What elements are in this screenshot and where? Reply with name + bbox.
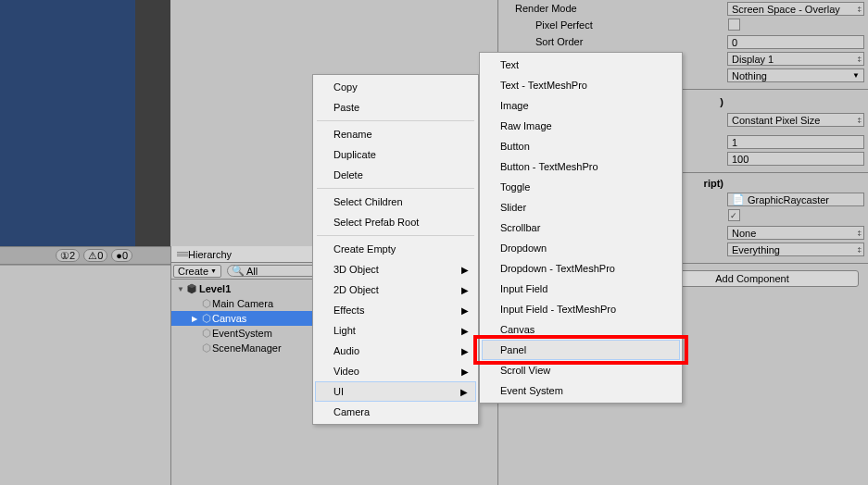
render-mode-dropdown[interactable]: Screen Space - Overlay ‡	[727, 2, 864, 16]
expand-arrow-icon[interactable]: ▼	[177, 285, 186, 293]
scene-toolbar: ① 2 ⚠ 0 ● 0	[0, 246, 170, 265]
dropdown-icon: ‡	[858, 5, 860, 13]
ctx-create-empty[interactable]: Create Empty	[315, 239, 476, 259]
context-menu-main: Copy Paste Rename Duplicate Delete Selec…	[312, 74, 479, 425]
ctx-ui-button-tmp[interactable]: Button - TextMeshPro	[482, 156, 680, 177]
ctx-ui-dropdown-tmp[interactable]: Dropdown - TextMeshPro	[482, 258, 680, 279]
drag-grip-icon	[177, 252, 188, 256]
submenu-arrow-icon: ▶	[460, 387, 468, 397]
ctx-ui-input-field-tmp[interactable]: Input Field - TextMeshPro	[482, 299, 680, 319]
ctx-ui-scroll-view[interactable]: Scroll View	[482, 360, 680, 380]
ctx-copy[interactable]: Copy	[315, 77, 476, 97]
hierarchy-tab-label: Hierarchy	[188, 249, 232, 260]
ctx-ui-image[interactable]: Image	[482, 95, 680, 116]
ui-scale-value: Constant Pixel Size	[732, 115, 820, 126]
svg-marker-5	[203, 344, 210, 353]
ctx-paste[interactable]: Paste	[315, 97, 476, 118]
dropdown-icon: ‡	[858, 245, 860, 254]
gameobject-icon	[201, 313, 212, 324]
item-label: EventSystem	[212, 328, 272, 339]
ctx-delete[interactable]: Delete	[315, 165, 476, 185]
ctx-select-prefab-root: Select Prefab Root	[315, 212, 476, 232]
dropdown-icon: ‡	[858, 55, 860, 63]
ui-scale-dropdown[interactable]: Constant Pixel Size ‡	[727, 113, 864, 127]
ctx-ui-raw-image[interactable]: Raw Image	[482, 116, 680, 136]
add-component-label: Add Component	[715, 273, 789, 284]
svg-marker-2	[203, 300, 210, 308]
script-field[interactable]: 📄 GraphicRaycaster	[727, 193, 864, 206]
ignore-value: None	[732, 228, 756, 239]
ref-px-value: 100	[732, 154, 748, 165]
ctx-ui-scrollbar[interactable]: Scrollbar	[482, 218, 680, 238]
blocking-value: Everything	[732, 244, 780, 255]
dropdown-icon: ‡	[858, 229, 860, 237]
ctx-select-children[interactable]: Select Children	[315, 192, 476, 212]
ignore-dropdown[interactable]: None ‡	[727, 226, 864, 240]
ctx-ui-button[interactable]: Button	[482, 136, 680, 156]
gameobject-icon	[201, 328, 212, 339]
ctx-video[interactable]: Video▶	[315, 361, 476, 381]
item-label: SceneManager	[212, 342, 282, 354]
create-button[interactable]: Create ▼	[173, 265, 221, 278]
svg-marker-3	[203, 315, 210, 323]
scene-view[interactable]	[0, 0, 135, 246]
stat-value-1: 2	[69, 250, 75, 261]
target-display-value: Display 1	[732, 54, 774, 65]
sort-order-value: 0	[732, 37, 737, 48]
search-placeholder: All	[246, 266, 258, 277]
submenu-arrow-icon: ▶	[461, 265, 469, 275]
ctx-ui-slider[interactable]: Slider	[482, 197, 680, 218]
target-display-dropdown[interactable]: Display 1 ‡	[727, 52, 864, 66]
ctx-ui[interactable]: UI▶	[315, 381, 476, 402]
ctx-ui-event-system[interactable]: Event System	[482, 380, 680, 401]
submenu-arrow-icon: ▶	[461, 326, 469, 336]
stat-pill-1[interactable]: ① 2	[56, 249, 80, 262]
info-icon: ①	[60, 250, 69, 262]
raycaster-checkbox[interactable]	[728, 209, 740, 221]
gameobject-icon	[201, 298, 212, 309]
ref-px-field[interactable]: 100	[727, 152, 864, 166]
script-icon: 📄	[732, 193, 745, 205]
sort-order-field[interactable]: 0	[727, 35, 864, 49]
ctx-ui-toggle[interactable]: Toggle	[482, 177, 680, 197]
expand-arrow-icon[interactable]: ▶	[192, 315, 201, 323]
gameobject-icon	[201, 342, 212, 354]
ctx-audio[interactable]: Audio▶	[315, 341, 476, 361]
ctx-3d-object[interactable]: 3D Object▶	[315, 259, 476, 280]
ctx-ui-canvas[interactable]: Canvas	[482, 319, 680, 340]
ctx-effects[interactable]: Effects▶	[315, 300, 476, 320]
context-menu-ui: Text Text - TextMeshPro Image Raw Image …	[479, 52, 683, 404]
svg-marker-4	[203, 330, 210, 338]
bottom-panel	[0, 265, 170, 485]
ctx-ui-panel[interactable]: Panel	[482, 340, 680, 360]
ctx-ui-text[interactable]: Text	[482, 55, 680, 75]
blocking-dropdown[interactable]: Everything ‡	[727, 242, 864, 256]
unity-icon	[186, 283, 197, 294]
ctx-duplicate[interactable]: Duplicate	[315, 144, 476, 165]
stat-pill-2[interactable]: ⚠ 0	[83, 249, 107, 262]
ctx-rename[interactable]: Rename	[315, 124, 476, 144]
item-label: Main Camera	[212, 298, 273, 309]
pixel-perfect-checkbox[interactable]	[728, 19, 740, 31]
stat-value-2: 0	[97, 250, 103, 261]
chevron-down-icon: ▼	[852, 71, 860, 80]
ctx-ui-text-tmp[interactable]: Text - TextMeshPro	[482, 75, 680, 95]
render-mode-value: Screen Space - Overlay	[732, 4, 840, 15]
stat-pill-3[interactable]: ● 0	[111, 249, 132, 262]
submenu-arrow-icon: ▶	[461, 285, 469, 295]
pixel-perfect-label: Pixel Perfect	[535, 19, 721, 31]
ctx-light[interactable]: Light▶	[315, 320, 476, 341]
additional-shader-dropdown[interactable]: Nothing ▼	[727, 68, 864, 82]
scale-factor-field[interactable]: 1	[727, 135, 864, 149]
script-label-partial: ript)	[704, 178, 723, 189]
scene-background	[0, 0, 170, 246]
chevron-down-icon: ▼	[210, 267, 217, 274]
scale-factor-value: 1	[732, 137, 737, 148]
ctx-ui-dropdown[interactable]: Dropdown	[482, 238, 680, 258]
ctx-ui-input-field[interactable]: Input Field	[482, 279, 680, 299]
ctx-camera[interactable]: Camera	[315, 402, 476, 422]
sort-order-label: Sort Order	[535, 36, 721, 47]
submenu-arrow-icon: ▶	[461, 346, 469, 356]
item-label: Canvas	[212, 313, 246, 324]
ctx-2d-object[interactable]: 2D Object▶	[315, 280, 476, 300]
